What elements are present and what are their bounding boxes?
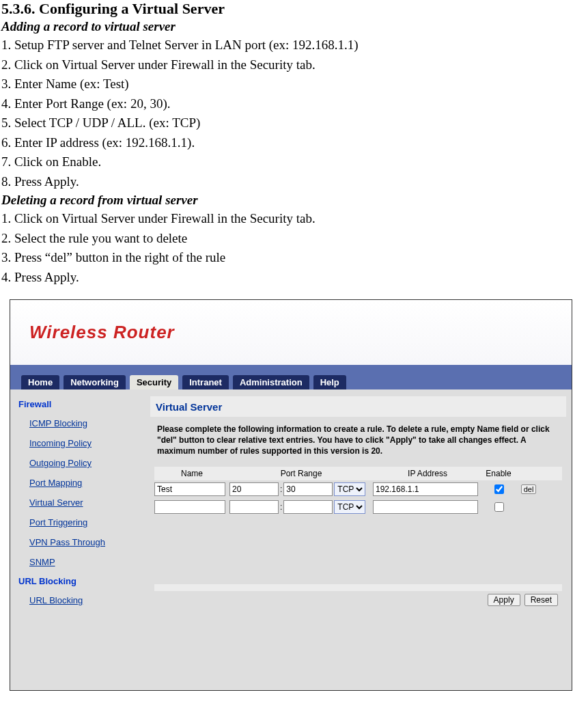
add-step: 6. Enter IP address (ex: 192.168.1.1). — [1, 133, 587, 153]
add-step: 7. Click on Enable. — [1, 152, 587, 172]
ip-input[interactable] — [373, 500, 478, 514]
port-separator: : — [280, 502, 282, 512]
delete-step: 3. Press “del” button in the right of th… — [1, 248, 587, 268]
tab-home[interactable]: Home — [21, 375, 59, 389]
col-header-name: Name — [154, 467, 229, 480]
sidebar-link[interactable]: Outgoing Policy — [10, 453, 150, 473]
col-header-port-range: Port Range — [229, 467, 373, 480]
sidebar-link[interactable]: Port Triggering — [10, 512, 150, 532]
col-header-del — [515, 467, 542, 480]
delete-step: 2. Select the rule you want to delete — [1, 229, 587, 249]
add-step: 1. Setup FTP server and Telnet Server in… — [1, 36, 587, 55]
sidebar-group-urlblocking: URL Blocking — [10, 572, 150, 590]
sidebar-link[interactable]: VPN Pass Through — [10, 532, 150, 552]
enable-checkbox[interactable] — [494, 484, 504, 494]
port-separator: : — [280, 484, 282, 494]
panel-title: Virtual Server — [156, 401, 222, 413]
rule-row: :TCPdel — [154, 480, 562, 498]
add-step: 3. Enter Name (ex: Test) — [1, 74, 587, 94]
del-button[interactable]: del — [521, 484, 537, 494]
tab-security[interactable]: Security — [130, 375, 178, 389]
main-panel: Virtual Server Please complete the follo… — [150, 389, 572, 690]
apply-button[interactable]: Apply — [488, 594, 520, 606]
protocol-select[interactable]: TCP — [334, 482, 365, 496]
banner: Wireless Router — [10, 300, 572, 365]
ip-input[interactable] — [373, 482, 478, 496]
subhead-add: Adding a record to virtual server — [1, 19, 587, 34]
rule-row: :TCP — [154, 498, 562, 516]
subhead-delete: Deleting a record from virtual server — [1, 193, 587, 208]
col-header-enable: Enable — [482, 467, 515, 480]
action-bar: Apply Reset — [154, 591, 562, 610]
name-input[interactable] — [154, 500, 225, 514]
section-title: 5.3.6. Configuring a Virtual Server — [1, 0, 587, 18]
sidebar-link[interactable]: URL Blocking — [10, 590, 150, 610]
tab-intranet[interactable]: Intranet — [182, 375, 229, 389]
sidebar-link[interactable]: Virtual Server — [10, 493, 150, 512]
sidebar-link[interactable]: ICMP Blocking — [10, 413, 150, 433]
port-to-input[interactable] — [283, 482, 333, 496]
delete-step: 4. Press Apply. — [1, 268, 587, 288]
add-step: 4. Enter Port Range (ex: 20, 30). — [1, 94, 587, 114]
sidebar-link[interactable]: SNMP — [10, 552, 150, 572]
port-from-input[interactable] — [229, 482, 279, 496]
rules-grid: Name Port Range IP Address Enable :TCPde… — [154, 467, 562, 516]
tab-administration[interactable]: Administration — [233, 375, 309, 389]
enable-checkbox[interactable] — [494, 502, 504, 512]
name-input[interactable] — [154, 482, 225, 496]
delete-step: 1. Click on Virtual Server under Firewal… — [1, 209, 587, 229]
add-step: 5. Select TCP / UDP / ALL. (ex: TCP) — [1, 113, 587, 133]
add-step: 2. Click on Virtual Server under Firewal… — [1, 55, 587, 75]
tab-networking[interactable]: Networking — [64, 375, 126, 389]
sidebar-group-firewall: Firewall — [10, 395, 150, 413]
router-screenshot: Wireless Router Home Networking Security… — [10, 299, 572, 691]
port-from-input[interactable] — [229, 500, 279, 514]
sidebar: Firewall ICMP BlockingIncoming PolicyOut… — [10, 389, 150, 690]
col-header-ip: IP Address — [373, 467, 482, 480]
panel-description: Please complete the following informatio… — [154, 424, 562, 467]
tab-help[interactable]: Help — [313, 375, 346, 389]
sidebar-link[interactable]: Port Mapping — [10, 473, 150, 493]
reset-button[interactable]: Reset — [524, 594, 558, 606]
sidebar-link[interactable]: Incoming Policy — [10, 433, 150, 453]
protocol-select[interactable]: TCP — [334, 500, 365, 514]
add-step: 8. Press Apply. — [1, 172, 587, 192]
port-to-input[interactable] — [283, 500, 333, 514]
tab-bar: Home Networking Security Intranet Admini… — [10, 365, 572, 389]
logo-title: Wireless Router — [29, 322, 175, 343]
